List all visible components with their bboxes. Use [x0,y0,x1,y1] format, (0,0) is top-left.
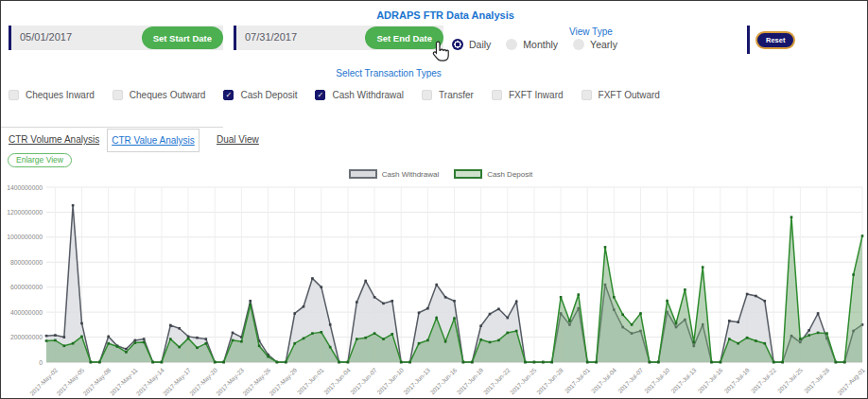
svg-text:2017-Jun-10: 2017-Jun-10 [375,366,405,395]
reset-button[interactable]: Reset [755,31,795,49]
radio-monthly[interactable]: Monthly [506,39,558,50]
legend-cash-withdrawal-label: Cash Withdrawal [382,170,439,179]
reset-accent-bar [747,26,750,54]
svg-text:2017-Jun-25: 2017-Jun-25 [509,366,538,395]
checkbox-fxft-inward-control[interactable] [492,90,502,100]
end-date-group: 07/31/2017 Set End Date [234,26,443,50]
svg-text:2017-May-29: 2017-May-29 [268,366,299,397]
legend-cash-deposit-label: Cash Deposit [487,170,532,179]
radio-yearly-control[interactable] [573,39,584,50]
checkbox-fxft-outward-label: FXFT Outward [599,90,660,100]
radio-daily[interactable]: Daily [452,39,491,50]
svg-text:800000000: 800000000 [10,259,43,266]
checkbox-cheques-inward-label: Cheques Inward [26,90,95,100]
end-date-input[interactable]: 07/31/2017 [245,31,297,43]
svg-text:2017-Jul-22: 2017-Jul-22 [750,366,777,393]
svg-text:1000000000: 1000000000 [7,234,43,240]
svg-text:2017-Aug-01: 2017-Aug-01 [836,366,867,397]
legend-cash-deposit[interactable]: Cash Deposit [454,169,532,179]
svg-text:2017-Jul-28: 2017-Jul-28 [803,366,830,393]
radio-daily-control[interactable] [452,39,463,50]
chart-legend: Cash Withdrawal Cash Deposit [1,169,868,179]
tab-ctr-value-analysis-label: CTR Value Analysis [112,135,195,146]
tab-ctr-volume-analysis[interactable]: CTR Volume Analysis [9,134,99,145]
svg-text:1200000000: 1200000000 [7,209,43,216]
checkbox-fxft-outward-control[interactable] [582,90,592,100]
legend-cash-withdrawal-swatch [349,169,377,179]
checkbox-cheques-inward[interactable]: Cheques Inward [9,90,95,100]
checkbox-cash-withdrawal-label: Cash Withdrawal [332,90,404,100]
svg-text:0: 0 [39,359,43,366]
checkbox-fxft-inward[interactable]: FXFT Inward [492,90,564,100]
svg-text:400000000: 400000000 [10,309,43,316]
end-date-accent-bar [234,26,236,50]
view-type-radio-group: Daily Monthly Yearly [452,39,617,50]
svg-text:2017-Jun-13: 2017-Jun-13 [402,366,431,395]
tab-strip-divider [1,127,223,128]
svg-text:1400000000: 1400000000 [7,184,43,191]
checkbox-transfer-label: Transfer [439,90,474,100]
checkbox-cheques-outward-control[interactable] [113,90,123,100]
svg-text:2017-Jul-07: 2017-Jul-07 [616,366,644,393]
transaction-type-checkboxes: Cheques Inward Cheques Outward ✓ Cash De… [9,90,660,100]
adraps-ftr-dashboard: ADRAPS FTR Data Analysis 05/01/2017 Set … [0,0,868,399]
checkbox-cash-deposit[interactable]: ✓ Cash Deposit [223,90,297,100]
view-type-label: View Type [569,26,613,37]
checkbox-fxft-inward-label: FXFT Inward [509,90,564,100]
radio-monthly-label: Monthly [523,39,558,50]
select-transaction-types-label: Select Transaction Types [1,68,776,78]
enlarge-view-button[interactable]: Enlarge View [8,153,72,167]
tab-dual-view[interactable]: Dual View [217,134,259,145]
svg-text:2017-Jul-16: 2017-Jul-16 [696,366,723,393]
radio-daily-label: Daily [469,39,491,50]
tab-ctr-value-analysis[interactable]: CTR Value Analysis [107,129,200,152]
ctr-value-area-chart: 0200000000400000000600000000800000000100… [1,181,868,399]
svg-text:2017-Jun-04: 2017-Jun-04 [322,366,352,395]
svg-text:600000000: 600000000 [10,284,43,290]
set-start-date-button[interactable]: Set Start Date [142,26,223,49]
legend-cash-deposit-swatch [454,169,482,179]
svg-text:2017-Jul-01: 2017-Jul-01 [564,366,591,393]
checkbox-transfer-control[interactable] [422,90,432,100]
checkbox-fxft-outward[interactable]: FXFT Outward [582,90,660,100]
svg-text:2017-Jul-04: 2017-Jul-04 [590,366,617,393]
checkbox-cheques-outward-label: Cheques Outward [130,90,206,100]
checkbox-cheques-outward[interactable]: Cheques Outward [113,90,206,100]
svg-text:2017-Jul-19: 2017-Jul-19 [723,366,751,393]
checkbox-transfer[interactable]: Transfer [422,90,474,100]
start-date-accent-bar [9,26,11,50]
svg-text:2017-Jun-22: 2017-Jun-22 [482,366,512,395]
svg-text:2017-Jun-16: 2017-Jun-16 [428,366,458,395]
svg-text:200000000: 200000000 [10,334,43,340]
svg-text:2017-Jun-01: 2017-Jun-01 [296,366,325,395]
start-date-input[interactable]: 05/01/2017 [20,31,72,43]
checkbox-cash-withdrawal[interactable]: ✓ Cash Withdrawal [315,90,404,100]
reset-panel: Reset [747,26,868,54]
svg-text:2017-Jul-13: 2017-Jul-13 [669,366,697,393]
svg-text:2017-May-08: 2017-May-08 [81,366,113,397]
svg-text:2017-Jun-19: 2017-Jun-19 [456,366,485,395]
radio-yearly-label: Yearly [590,39,617,50]
legend-cash-withdrawal[interactable]: Cash Withdrawal [349,169,439,179]
checkbox-cheques-inward-control[interactable] [9,90,19,100]
start-date-group: 05/01/2017 Set Start Date [9,26,223,50]
checkbox-cash-withdrawal-control[interactable]: ✓ [315,90,325,100]
svg-text:2017-Jun-07: 2017-Jun-07 [349,366,378,395]
svg-text:2017-Jul-25: 2017-Jul-25 [776,366,804,393]
radio-yearly[interactable]: Yearly [573,39,617,50]
checkbox-cash-deposit-control[interactable]: ✓ [223,90,234,100]
svg-text:2017-Jul-10: 2017-Jul-10 [643,366,670,393]
svg-text:2017-Jun-28: 2017-Jun-28 [535,366,564,395]
checkbox-cash-deposit-label: Cash Deposit [240,90,297,100]
page-title: ADRAPS FTR Data Analysis [1,9,868,21]
set-end-date-button[interactable]: Set End Date [365,26,443,49]
radio-monthly-control[interactable] [506,39,517,50]
